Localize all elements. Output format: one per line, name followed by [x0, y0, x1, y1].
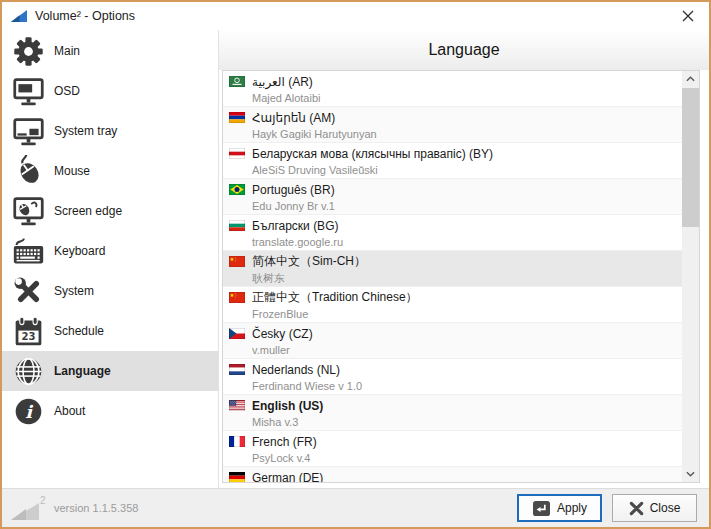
sidebar-item-about[interactable]: i About: [2, 391, 218, 431]
language-author: Edu Jonny Br v.1: [252, 199, 678, 213]
globe-icon: [10, 353, 46, 389]
flag-am-icon: [229, 112, 245, 123]
list-scrollbar[interactable]: [682, 71, 699, 482]
language-name: 正體中文（Tradition Chinese）: [252, 289, 418, 306]
language-row[interactable]: Português (BR) Edu Jonny Br v.1: [223, 179, 682, 215]
options-window: Volume² - Options Main OSD System tray M…: [0, 0, 711, 529]
language-row[interactable]: French (FR) PsyLock v.4: [223, 431, 682, 467]
sidebar-item-osd[interactable]: OSD: [2, 71, 218, 111]
language-row[interactable]: 简体中文（Sim-CH） 耿树东: [223, 251, 682, 287]
close-x-icon: [629, 501, 644, 516]
flag-cz-icon: [229, 328, 245, 339]
scrollbar-down-icon[interactable]: [682, 466, 699, 482]
apply-button-label: Apply: [557, 501, 587, 515]
sidebar-item-screen-edge[interactable]: Screen edge: [2, 191, 218, 231]
sidebar: Main OSD System tray Mouse Screen edge K…: [2, 30, 219, 488]
info-icon: i: [10, 393, 46, 429]
gear-icon: [10, 33, 46, 69]
sidebar-item-label: OSD: [54, 84, 80, 98]
calendar-icon: 23: [10, 313, 46, 349]
content-panel: Language العربية (AR) Majed Alotaibi Հայ…: [219, 30, 709, 488]
flag-de-icon: [229, 472, 245, 483]
language-name: 简体中文（Sim-CH）: [252, 253, 366, 270]
language-row[interactable]: Български (BG) translate.google.ru: [223, 215, 682, 251]
language-row[interactable]: English (US) Misha v.3: [223, 395, 682, 431]
scrollbar-up-icon[interactable]: [682, 71, 699, 87]
flag-sa-icon: [229, 76, 245, 87]
language-row[interactable]: Հայերեն (AM) Hayk Gagiki Harutyunyan: [223, 107, 682, 143]
mouse-icon: [10, 153, 46, 189]
sidebar-item-main[interactable]: Main: [2, 31, 218, 71]
flag-cn-icon: [229, 256, 245, 267]
language-author: translate.google.ru: [252, 235, 678, 249]
language-name: Беларуская мова (клясычны правапіс) (BY): [252, 147, 493, 161]
language-author: Misha v.3: [252, 415, 678, 429]
titlebar: Volume² - Options: [2, 2, 709, 30]
volume2-logo-icon: [10, 8, 28, 24]
svg-text:2: 2: [40, 495, 46, 506]
sidebar-item-system-tray[interactable]: System tray: [2, 111, 218, 151]
flag-cn-icon: [229, 292, 245, 303]
language-author: PsyLock v.4: [252, 451, 678, 465]
language-row[interactable]: Nederlands (NL) Ferdinand Wiese v 1.0: [223, 359, 682, 395]
language-author: AleSiS Druving Vasileŭski: [252, 163, 678, 177]
language-author: Majed Alotaibi: [252, 91, 678, 105]
sidebar-item-schedule[interactable]: 23 Schedule: [2, 311, 218, 351]
language-row[interactable]: German (DE): [223, 467, 682, 483]
content-header: Language: [219, 30, 709, 70]
volume2-footer-logo-icon: 2: [10, 494, 46, 522]
language-author: v.muller: [252, 343, 678, 357]
flag-nl-icon: [229, 364, 245, 375]
keyboard-icon: [10, 233, 46, 269]
window-close-icon[interactable]: [673, 4, 703, 28]
language-name: Български (BG): [252, 219, 338, 233]
language-name: العربية (AR): [252, 75, 313, 89]
sidebar-item-label: Language: [54, 364, 111, 378]
language-author: 耿树东: [252, 271, 678, 285]
language-author: Hayk Gagiki Harutyunyan: [252, 127, 678, 141]
sidebar-item-label: Keyboard: [54, 244, 105, 258]
page-title: Language: [428, 41, 499, 59]
sidebar-item-label: Main: [54, 44, 80, 58]
flag-br-icon: [229, 184, 245, 195]
svg-text:23: 23: [21, 331, 35, 342]
sidebar-item-keyboard[interactable]: Keyboard: [2, 231, 218, 271]
language-row[interactable]: Česky (CZ) v.muller: [223, 323, 682, 359]
language-name: English (US): [252, 399, 323, 413]
language-row[interactable]: Беларуская мова (клясычны правапіс) (BY)…: [223, 143, 682, 179]
language-row[interactable]: 正體中文（Tradition Chinese） FrozenBlue: [223, 287, 682, 323]
sidebar-item-mouse[interactable]: Mouse: [2, 151, 218, 191]
tray-icon: [10, 113, 46, 149]
sidebar-item-label: About: [54, 404, 85, 418]
language-name: Nederlands (NL): [252, 363, 340, 377]
sidebar-item-language[interactable]: Language: [2, 351, 218, 391]
version-text: version 1.1.5.358: [54, 502, 138, 514]
language-name: French (FR): [252, 435, 317, 449]
flag-us-icon: [229, 400, 245, 411]
apply-button[interactable]: Apply: [517, 494, 602, 522]
tools-icon: [10, 273, 46, 309]
flag-bg-icon: [229, 220, 245, 231]
language-row[interactable]: العربية (AR) Majed Alotaibi: [223, 71, 682, 107]
close-button[interactable]: Close: [612, 494, 697, 522]
screen-edge-icon: [10, 193, 46, 229]
language-name: Česky (CZ): [252, 327, 313, 341]
enter-key-icon: [532, 500, 551, 517]
language-listbox: العربية (AR) Majed Alotaibi Հայերեն (AM)…: [222, 70, 700, 483]
window-body: Main OSD System tray Mouse Screen edge K…: [2, 30, 709, 488]
flag-fr-icon: [229, 436, 245, 447]
language-name: German (DE): [252, 471, 323, 484]
language-author: Ferdinand Wiese v 1.0: [252, 379, 678, 393]
flag-by-icon: [229, 148, 245, 159]
close-button-label: Close: [650, 501, 681, 515]
sidebar-item-label: System: [54, 284, 94, 298]
language-name: Português (BR): [252, 183, 335, 197]
language-author: FrozenBlue: [252, 307, 678, 321]
language-name: Հայերեն (AM): [252, 111, 335, 125]
footer-bar: 2 version 1.1.5.358 Apply Close: [2, 488, 709, 527]
language-rows: العربية (AR) Majed Alotaibi Հայերեն (AM)…: [223, 71, 682, 483]
sidebar-item-label: Mouse: [54, 164, 90, 178]
sidebar-item-system[interactable]: System: [2, 271, 218, 311]
sidebar-item-label: Screen edge: [54, 204, 122, 218]
scrollbar-thumb[interactable]: [682, 88, 699, 227]
